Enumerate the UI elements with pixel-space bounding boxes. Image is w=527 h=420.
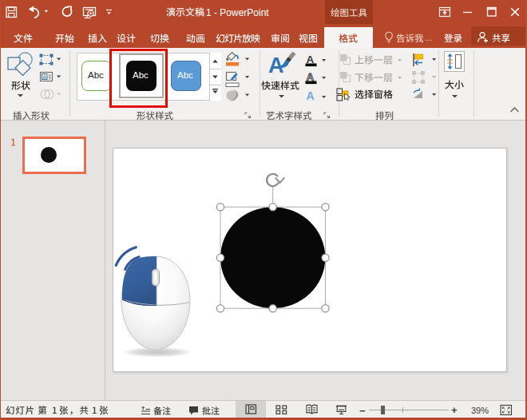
svg-text:A: A: [307, 53, 315, 65]
svg-text:A: A: [307, 71, 315, 83]
svg-text:A: A: [43, 74, 47, 80]
svg-text:A: A: [307, 89, 315, 102]
